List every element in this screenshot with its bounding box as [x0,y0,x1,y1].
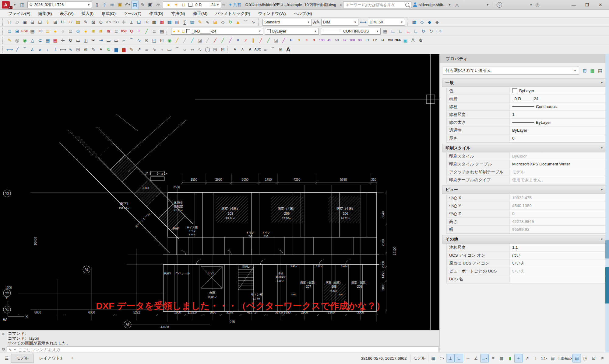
q-icon[interactable]: Q [128,27,135,36]
formula-icon[interactable]: ∑ [181,18,188,26]
table-icon[interactable]: ▦ [150,18,158,26]
minimize-button[interactable]: — [567,1,580,9]
line-green-icon[interactable]: ╱ [219,36,227,45]
prop-value[interactable]: 0 [510,134,606,142]
palette-scrollbar[interactable] [605,54,609,352]
menu-item-2[interactable]: 表示(V) [56,10,78,18]
t-icon[interactable]: T [135,27,143,36]
join-icon[interactable]: ▭ [112,36,120,45]
double-chevron-icon[interactable]: ▿▿ [222,3,225,6]
toolbar-drag-handle[interactable] [258,19,261,26]
user-avatar-icon[interactable] [413,2,417,7]
plumb-icon[interactable]: ▲ [234,18,242,26]
dim-arc-icon[interactable]: ⌒ [21,45,29,54]
signed-in-user[interactable]: sideedge.shib... [419,2,446,7]
layer-settings-icon[interactable]: ▤ [382,27,389,36]
close-icon[interactable]: ✕ [2,332,5,336]
layer-states-icon[interactable]: ≣ [150,27,158,36]
ortho-icon[interactable]: ⊥ [446,354,455,362]
cube-icon[interactable]: ◰ [150,36,158,45]
space-indicator[interactable]: モデル [410,355,428,362]
toolbar-drag-handle[interactable] [227,46,230,53]
prop-value[interactable]: モデル [510,168,606,176]
graphics-performance-icon[interactable]: ◳ [581,354,590,362]
collapse-icon[interactable]: ▼ [600,188,603,191]
no-plot-icon[interactable]: ≠ [242,36,249,45]
point-style-icon[interactable]: ⊡ [158,36,166,45]
collapse-icon[interactable]: ▼ [600,81,603,84]
match-properties-icon[interactable]: ▦ [410,18,418,26]
offset-icon[interactable]: ⊂ [36,36,44,45]
insert-block-icon[interactable]: ⊟ [219,45,227,54]
cyan-box-icon[interactable]: ▣ [402,36,409,45]
table-grid-icon[interactable]: ▦ [166,18,173,26]
mleader-style-combo[interactable]: DIM_50▼ [368,19,405,26]
dim-update-icon[interactable]: ↻ [105,45,112,54]
l1-icon[interactable]: L1 [59,18,67,26]
tag-icon[interactable]: ◇ [219,18,227,26]
osnap-tracking-icon[interactable]: ↗ [523,354,531,362]
ucs-rotate-x-icon[interactable]: ↻ [427,27,435,36]
line-dashed-icon[interactable]: ╱ [181,36,188,45]
revcloud-icon[interactable]: ∾ [188,45,196,54]
erase-icon[interactable]: ✎ [6,36,13,45]
quick-select-icon[interactable]: ▩ [589,66,596,75]
shade-box-icon[interactable]: ◆ [426,18,433,26]
annotation-visibility-icon[interactable]: ▤ [548,354,557,362]
maximize-button[interactable]: ❐ [580,1,594,9]
open-icon[interactable]: ▱ [13,18,21,26]
bulb-icon[interactable]: ● [82,27,90,36]
on-icon[interactable]: ON [386,36,394,45]
text-big-a-icon[interactable]: A [284,45,292,54]
layout-menu-icon[interactable]: ☰ [2,354,11,362]
prop-value[interactable]: 4540.1389 [510,202,606,210]
prop-value[interactable]: 使用できません。 [510,176,606,184]
open-folder-icon[interactable]: ▱ [154,1,162,9]
layer-off-icon[interactable]: ○ [59,27,67,36]
prop-value[interactable]: 42278.9846 [510,218,606,225]
undo-icon[interactable]: ↶▾ [105,18,112,26]
menu-item-4[interactable]: 形式(O) [97,10,120,18]
search-input[interactable] [345,2,405,7]
h-blue2-icon[interactable]: H [287,36,295,45]
single-text-icon[interactable]: A [239,45,246,54]
ucs-world-icon[interactable]: ∟ [389,27,397,36]
redo-icon[interactable]: ↷▾ [112,18,120,26]
save-as-icon[interactable]: ▣ [116,1,124,9]
zoom-window-icon[interactable]: ⊡ [135,18,143,26]
line-green2-icon[interactable]: ╱ [265,36,272,45]
dim-angle-icon[interactable]: ∠ [29,45,36,54]
autocad-logo-icon[interactable]: ALT [2,1,10,9]
line-red2-icon[interactable]: ╱ [257,36,265,45]
help-chevron-icon[interactable]: ▼ [530,3,533,6]
qleader-icon[interactable]: ↗ [135,45,143,54]
ucs-previous-icon[interactable]: ∟ [397,27,404,36]
scale-67-icon[interactable]: 67 [341,36,348,45]
linetype-combo[interactable]: CONTINUOUS ▼ [321,28,381,35]
object-snap-icon[interactable]: ↑ [531,354,540,362]
new-layout-button[interactable]: + [68,354,77,363]
dynamic-input-icon[interactable]: ▭▾ [480,354,489,362]
polygon-icon[interactable]: ⌂ [158,45,166,54]
unlock-icon[interactable]: ⊔ [180,1,188,9]
three-orange-icon[interactable]: 3 [295,36,303,45]
scale-50-icon[interactable]: 50 [333,36,341,45]
search-icon[interactable] [405,3,409,7]
scale-100-icon[interactable]: 100 [318,36,326,45]
arc-text-icon[interactable]: ⌒ [269,45,277,54]
dim-edit-icon[interactable]: ✎ [90,45,97,54]
curve-edit-icon[interactable]: ∿ [204,18,211,26]
chamfer-icon[interactable]: ⌐ [120,36,128,45]
tolerance-icon[interactable]: ⊞ [74,45,82,54]
three-red-icon[interactable]: 3 [303,36,310,45]
off-icon[interactable]: OFF [394,36,402,45]
edit-list-icon[interactable]: ✎ [139,1,146,9]
prop-value[interactable]: いいえ [510,259,606,267]
chevron-down-icon[interactable]: ▼ [14,348,16,351]
scale-90-icon[interactable]: 90 [356,36,364,45]
refresh-tag-icon[interactable]: ↻ [227,18,234,26]
array-path-icon[interactable]: ▦ [51,36,59,45]
paste-icon[interactable]: ▤ [74,18,82,26]
prop-section-header-3[interactable]: その他▼ [442,235,607,244]
spline-icon[interactable]: ∿ [196,45,204,54]
